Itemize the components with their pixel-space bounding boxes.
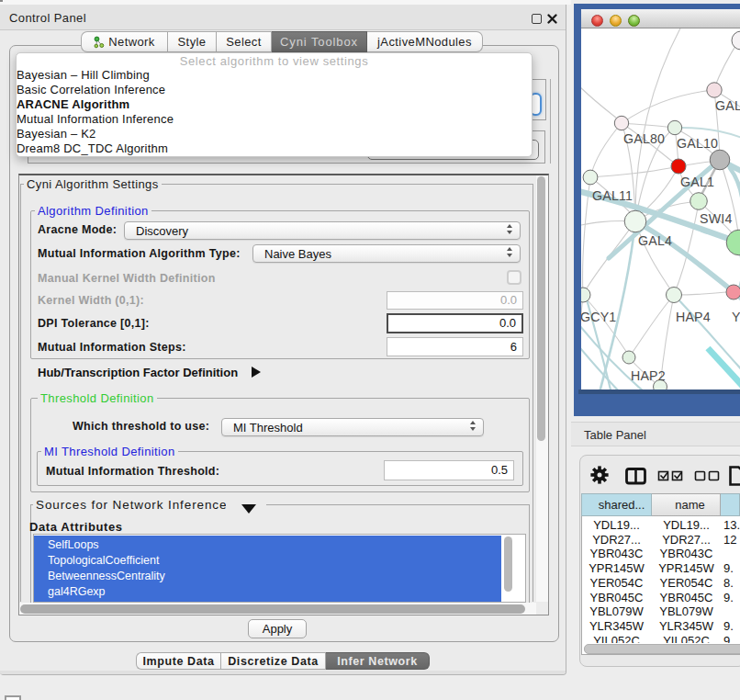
svg-text:GAL80: GAL80 [623,131,665,146]
svg-text:GAL4: GAL4 [638,233,672,248]
svg-text:GAL1: GAL1 [680,175,714,189]
svg-text:YE: YE [732,310,740,324]
svg-text:GAL10: GAL10 [677,136,718,151]
svg-text:GAL11: GAL11 [592,188,633,203]
svg-text:HAP4: HAP4 [676,310,711,324]
svg-text:GCY1: GCY1 [581,310,616,324]
svg-text:SWI4: SWI4 [700,211,733,226]
svg-text:GAL2: GAL2 [715,98,740,113]
svg-text:HAP2: HAP2 [631,368,666,383]
